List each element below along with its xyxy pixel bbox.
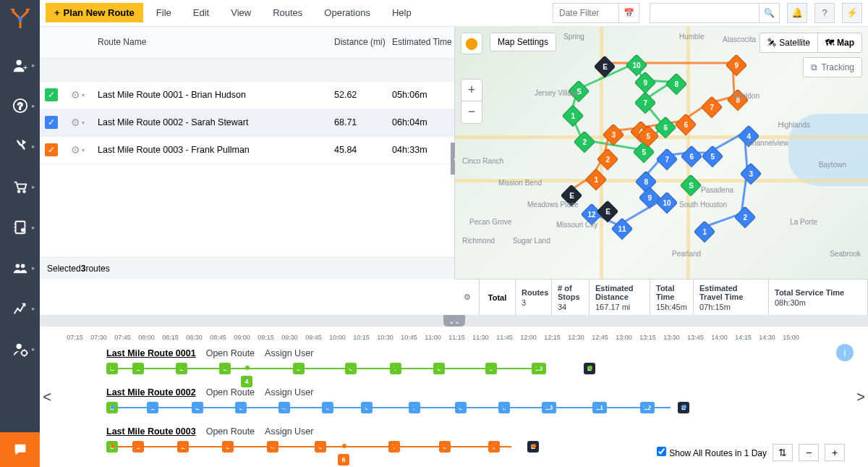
table-row[interactable]: ✓ ⚙▾ Last Mile Route 0002 - Sarah Stewar… [40, 109, 454, 137]
show-all-checkbox[interactable]: Show All Routes in 1 Day [657, 447, 767, 458]
assign-user-link[interactable]: Assign User [265, 387, 313, 397]
timeline-tick: 11:00 [421, 334, 445, 341]
menu-file[interactable]: File [148, 3, 180, 22]
timeline-zoom-in-button[interactable]: + [825, 444, 845, 461]
row-gear-icon[interactable]: ⚙▾ [63, 117, 92, 128]
date-filter[interactable]: 📅 [553, 3, 639, 23]
timeline-route-name[interactable]: Last Mile Route 0001 [106, 348, 196, 358]
timeline-tick: 13:45 [684, 334, 707, 341]
timeline-route-name[interactable]: Last Mile Route 0003 [106, 426, 196, 437]
summary-header: Estimated Distance [595, 284, 644, 301]
timeline-tick: 07:30 [87, 334, 111, 341]
timeline-stop[interactable]: 4 [241, 376, 252, 387]
sidebar-cart-icon[interactable]: ▸ [0, 167, 40, 207]
search-icon[interactable]: 🔍 [759, 3, 779, 23]
route-checkbox[interactable]: ✓ [45, 88, 58, 101]
timeline-tick: 13:00 [612, 334, 636, 341]
plan-new-route-button[interactable]: +Plan New Route [46, 3, 143, 22]
svg-point-0 [18, 17, 22, 21]
row-gear-icon[interactable]: ⚙▾ [63, 89, 92, 101]
row-gear-icon[interactable]: ⚙▾ [63, 144, 92, 156]
sidebar-user-settings-icon[interactable]: ▸ [0, 329, 40, 369]
menu-operations[interactable]: Operations [315, 3, 379, 22]
table-row[interactable]: ✓ ⚙▾ Last Mile Route 0001 - Brian Hudson… [40, 82, 454, 109]
timeline-track: S123456789101112E [106, 400, 845, 422]
place-label: Humble [679, 33, 704, 41]
svg-point-5 [17, 190, 20, 193]
route-checkbox[interactable]: ✓ [45, 143, 58, 156]
routes-table-panel: Route Name Distance (mi) Estimated Time … [40, 27, 455, 279]
route-time: 06h:04m [392, 117, 454, 127]
th-time[interactable]: Estimated Time [392, 37, 454, 47]
horizontal-divider: ⌄⌄ [40, 315, 868, 327]
summary-value: 07h:15m [699, 303, 762, 311]
collapse-handle-down[interactable]: ⌄⌄ [443, 315, 465, 327]
menu-edit[interactable]: Edit [184, 3, 218, 22]
place-label: Channelview [747, 139, 788, 147]
timeline-next-button[interactable]: > [854, 327, 868, 467]
timeline-zoom-out-button[interactable]: − [799, 444, 819, 461]
info-bubble-icon[interactable]: i [836, 344, 854, 361]
timeline-tick: 10:15 [349, 334, 373, 341]
timeline-tick: 12:30 [564, 334, 588, 341]
open-route-link[interactable]: Open Route [206, 348, 255, 358]
timeline-tick: 12:00 [516, 334, 540, 341]
svg-text:+: + [22, 63, 27, 72]
selected-summary: Selected 3 routes [40, 257, 454, 279]
route-distance: 45.84 [334, 145, 392, 155]
sidebar-add-user-icon[interactable]: +▸ [0, 45, 40, 85]
open-route-link[interactable]: Open Route [206, 387, 255, 397]
timeline-tick: 11:30 [469, 334, 493, 341]
table-row[interactable]: ✓ ⚙▾ Last Mile Route 0003 - Frank Pullma… [40, 137, 454, 164]
sidebar-analytics-icon[interactable]: ▸ [0, 288, 40, 329]
calendar-icon[interactable]: 📅 [618, 3, 639, 23]
timeline-tick: 08:15 [158, 334, 182, 341]
timeline-tick: 12:45 [588, 334, 612, 341]
sidebar-routes-icon[interactable]: ▸ [0, 126, 40, 167]
open-route-link[interactable]: Open Route [206, 426, 255, 437]
place-label: Seabrook [830, 250, 861, 258]
help-icon[interactable]: ? [814, 3, 835, 23]
place-label: Pearland [672, 250, 701, 258]
sidebar-chat-icon[interactable] [0, 432, 40, 467]
search-input[interactable] [650, 8, 759, 18]
timeline-tick: 07:15 [63, 334, 87, 341]
sidebar-addressbook-icon[interactable]: ▸ [0, 207, 40, 248]
timeline-tick: 07:45 [111, 334, 135, 341]
menu-routes[interactable]: Routes [264, 3, 311, 22]
place-label: Meadows Place [527, 201, 579, 209]
th-distance[interactable]: Distance (mi) [334, 37, 392, 47]
timeline-ruler: 07:1507:3007:4508:0008:1508:3008:4509:00… [63, 331, 845, 344]
map-panel[interactable]: ⬤ Map Settings + − 🛰Satellite 🗺Map ⧉Trac… [455, 27, 868, 279]
assign-user-link[interactable]: Assign User [265, 348, 313, 358]
search-box[interactable]: 🔍 [650, 3, 780, 23]
timeline-route-name[interactable]: Last Mile Route 0002 [106, 387, 196, 397]
place-label: Richmond [462, 237, 495, 245]
timeline-stop[interactable]: 6 [338, 454, 349, 466]
summary-header: # of Stops [558, 284, 583, 301]
th-route-name[interactable]: Route Name [92, 37, 334, 47]
timeline-fit-button[interactable]: ⇅ [773, 444, 793, 461]
menu-view[interactable]: View [222, 3, 260, 22]
route-distance: 68.71 [334, 117, 392, 127]
menu-help[interactable]: Help [383, 3, 420, 22]
bell-icon[interactable]: 🔔 [787, 3, 807, 23]
place-label: Cinco Ranch [462, 157, 503, 165]
route-time: 05h:06m [392, 90, 454, 100]
place-label: South Houston [679, 201, 727, 209]
date-filter-input[interactable] [553, 8, 618, 18]
summary-gear-icon[interactable]: ⚙ [455, 279, 480, 315]
timeline-tick: 10:30 [373, 334, 397, 341]
place-label: Baytown [819, 161, 846, 169]
summary-total-label: Total [480, 279, 516, 315]
svg-point-8 [21, 229, 24, 232]
sidebar-help-icon[interactable]: ?▸ [0, 85, 40, 126]
route-checkbox[interactable]: ✓ [45, 116, 58, 129]
timeline-tick: 08:30 [182, 334, 206, 341]
svg-point-10 [20, 264, 24, 269]
timeline-prev-button[interactable]: < [40, 327, 54, 467]
sidebar-team-icon[interactable]: ▸ [0, 248, 40, 288]
bolt-icon[interactable]: ⚡ [842, 3, 862, 23]
assign-user-link[interactable]: Assign User [265, 426, 313, 437]
route-time: 04h:33m [392, 145, 454, 155]
